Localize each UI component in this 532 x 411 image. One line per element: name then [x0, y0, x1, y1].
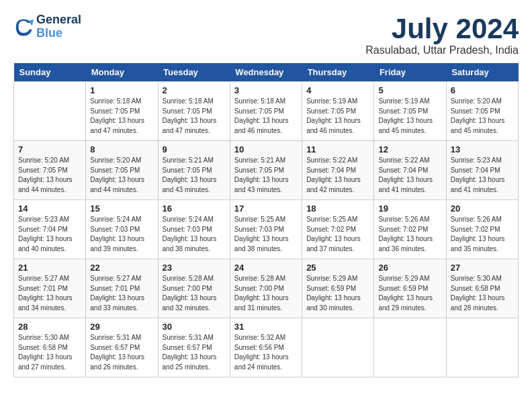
calendar-cell: 17Sunrise: 5:25 AM Sunset: 7:03 PM Dayli… — [230, 200, 302, 259]
day-info: Sunrise: 5:22 AM Sunset: 7:04 PM Dayligh… — [378, 156, 441, 195]
day-info: Sunrise: 5:18 AM Sunset: 7:05 PM Dayligh… — [90, 97, 153, 136]
day-number: 30 — [163, 322, 226, 332]
header-cell-tuesday: Tuesday — [158, 63, 230, 82]
day-info: Sunrise: 5:21 AM Sunset: 7:05 PM Dayligh… — [163, 156, 226, 195]
day-info: Sunrise: 5:26 AM Sunset: 7:02 PM Dayligh… — [378, 215, 441, 254]
logo-icon — [13, 17, 34, 37]
day-number: 18 — [306, 203, 369, 214]
day-number: 24 — [234, 263, 298, 273]
week-row-4: 21Sunrise: 5:27 AM Sunset: 7:01 PM Dayli… — [14, 259, 519, 318]
calendar-cell: 21Sunrise: 5:27 AM Sunset: 7:01 PM Dayli… — [14, 259, 86, 318]
day-number: 27 — [451, 263, 514, 273]
day-info: Sunrise: 5:28 AM Sunset: 7:00 PM Dayligh… — [163, 274, 226, 313]
day-number: 8 — [90, 144, 153, 154]
calendar-cell: 31Sunrise: 5:32 AM Sunset: 6:56 PM Dayli… — [230, 318, 302, 377]
day-number: 11 — [306, 144, 369, 154]
day-number: 29 — [90, 322, 153, 332]
calendar-cell: 10Sunrise: 5:21 AM Sunset: 7:05 PM Dayli… — [230, 141, 302, 200]
header-cell-sunday: Sunday — [14, 63, 86, 82]
calendar-cell: 25Sunrise: 5:29 AM Sunset: 6:59 PM Dayli… — [302, 259, 374, 318]
day-info: Sunrise: 5:20 AM Sunset: 7:05 PM Dayligh… — [90, 156, 153, 195]
calendar-cell: 3Sunrise: 5:18 AM Sunset: 7:05 PM Daylig… — [230, 82, 302, 141]
day-info: Sunrise: 5:27 AM Sunset: 7:01 PM Dayligh… — [90, 274, 153, 313]
week-row-1: 1Sunrise: 5:18 AM Sunset: 7:05 PM Daylig… — [14, 82, 519, 141]
day-info: Sunrise: 5:21 AM Sunset: 7:05 PM Dayligh… — [234, 156, 298, 195]
calendar-cell: 5Sunrise: 5:19 AM Sunset: 7:05 PM Daylig… — [374, 82, 446, 141]
day-info: Sunrise: 5:25 AM Sunset: 7:03 PM Dayligh… — [234, 215, 298, 254]
day-number: 4 — [306, 85, 369, 95]
calendar-cell: 30Sunrise: 5:31 AM Sunset: 6:57 PM Dayli… — [158, 318, 230, 377]
calendar-cell: 23Sunrise: 5:28 AM Sunset: 7:00 PM Dayli… — [158, 259, 230, 318]
day-number: 6 — [451, 85, 514, 95]
week-row-5: 28Sunrise: 5:30 AM Sunset: 6:58 PM Dayli… — [14, 318, 519, 377]
calendar-cell: 26Sunrise: 5:29 AM Sunset: 6:59 PM Dayli… — [374, 259, 446, 318]
calendar-cell — [302, 318, 374, 377]
calendar-cell: 16Sunrise: 5:24 AM Sunset: 7:03 PM Dayli… — [158, 200, 230, 259]
page-header: GeneralBlue July 2024 Rasulabad, Uttar P… — [13, 13, 519, 56]
day-number: 5 — [378, 85, 441, 95]
logo-text: GeneralBlue — [36, 13, 81, 40]
calendar-header-row: SundayMondayTuesdayWednesdayThursdayFrid… — [14, 63, 519, 82]
calendar-cell: 27Sunrise: 5:30 AM Sunset: 6:58 PM Dayli… — [446, 259, 518, 318]
calendar-table: SundayMondayTuesdayWednesdayThursdayFrid… — [13, 63, 519, 377]
calendar-cell: 24Sunrise: 5:28 AM Sunset: 7:00 PM Dayli… — [230, 259, 302, 318]
calendar-cell: 4Sunrise: 5:19 AM Sunset: 7:05 PM Daylig… — [302, 82, 374, 141]
week-row-2: 7Sunrise: 5:20 AM Sunset: 7:05 PM Daylig… — [14, 141, 519, 200]
day-info: Sunrise: 5:19 AM Sunset: 7:05 PM Dayligh… — [306, 97, 369, 136]
day-info: Sunrise: 5:26 AM Sunset: 7:02 PM Dayligh… — [451, 215, 514, 254]
day-number: 20 — [451, 203, 514, 214]
header-cell-monday: Monday — [86, 63, 158, 82]
day-number: 10 — [234, 144, 298, 154]
day-info: Sunrise: 5:32 AM Sunset: 6:56 PM Dayligh… — [234, 333, 298, 372]
day-info: Sunrise: 5:31 AM Sunset: 6:57 PM Dayligh… — [90, 333, 153, 372]
calendar-cell: 22Sunrise: 5:27 AM Sunset: 7:01 PM Dayli… — [86, 259, 158, 318]
day-info: Sunrise: 5:30 AM Sunset: 6:58 PM Dayligh… — [451, 274, 514, 313]
day-number: 25 — [306, 263, 369, 273]
calendar-cell — [374, 318, 446, 377]
day-number: 17 — [234, 203, 298, 214]
day-info: Sunrise: 5:24 AM Sunset: 7:03 PM Dayligh… — [163, 215, 226, 254]
day-info: Sunrise: 5:28 AM Sunset: 7:00 PM Dayligh… — [234, 274, 298, 313]
calendar-cell: 2Sunrise: 5:18 AM Sunset: 7:05 PM Daylig… — [158, 82, 230, 141]
calendar-cell: 20Sunrise: 5:26 AM Sunset: 7:02 PM Dayli… — [446, 200, 518, 259]
calendar-cell: 15Sunrise: 5:24 AM Sunset: 7:03 PM Dayli… — [86, 200, 158, 259]
day-info: Sunrise: 5:18 AM Sunset: 7:05 PM Dayligh… — [163, 97, 226, 136]
day-info: Sunrise: 5:25 AM Sunset: 7:02 PM Dayligh… — [306, 215, 369, 254]
day-number: 31 — [234, 322, 298, 332]
day-number: 7 — [18, 144, 81, 154]
day-number: 9 — [163, 144, 226, 154]
day-info: Sunrise: 5:29 AM Sunset: 6:59 PM Dayligh… — [378, 274, 441, 313]
day-number: 13 — [451, 144, 514, 154]
header-cell-wednesday: Wednesday — [230, 63, 302, 82]
day-number: 28 — [18, 322, 81, 332]
day-number: 14 — [18, 203, 81, 214]
day-info: Sunrise: 5:31 AM Sunset: 6:57 PM Dayligh… — [163, 333, 226, 372]
day-number: 15 — [90, 203, 153, 214]
day-info: Sunrise: 5:30 AM Sunset: 6:58 PM Dayligh… — [18, 333, 81, 372]
calendar-body: 1Sunrise: 5:18 AM Sunset: 7:05 PM Daylig… — [14, 82, 519, 377]
day-info: Sunrise: 5:23 AM Sunset: 7:04 PM Dayligh… — [451, 156, 514, 195]
day-info: Sunrise: 5:18 AM Sunset: 7:05 PM Dayligh… — [234, 97, 298, 136]
calendar-cell: 6Sunrise: 5:20 AM Sunset: 7:05 PM Daylig… — [446, 82, 518, 141]
calendar-cell — [446, 318, 518, 377]
day-info: Sunrise: 5:19 AM Sunset: 7:05 PM Dayligh… — [378, 97, 441, 136]
day-number: 26 — [378, 263, 441, 273]
day-number: 21 — [18, 263, 81, 273]
day-number: 12 — [378, 144, 441, 154]
calendar-cell: 9Sunrise: 5:21 AM Sunset: 7:05 PM Daylig… — [158, 141, 230, 200]
day-number: 22 — [90, 263, 153, 273]
header-cell-thursday: Thursday — [302, 63, 374, 82]
day-info: Sunrise: 5:24 AM Sunset: 7:03 PM Dayligh… — [90, 215, 153, 254]
calendar-cell: 12Sunrise: 5:22 AM Sunset: 7:04 PM Dayli… — [374, 141, 446, 200]
location: Rasulabad, Uttar Pradesh, India — [365, 44, 519, 56]
header-cell-saturday: Saturday — [446, 63, 518, 82]
day-number: 16 — [163, 203, 226, 214]
day-info: Sunrise: 5:20 AM Sunset: 7:05 PM Dayligh… — [18, 156, 81, 195]
day-info: Sunrise: 5:29 AM Sunset: 6:59 PM Dayligh… — [306, 274, 369, 313]
calendar-cell: 8Sunrise: 5:20 AM Sunset: 7:05 PM Daylig… — [86, 141, 158, 200]
day-number: 23 — [163, 263, 226, 273]
calendar-cell: 1Sunrise: 5:18 AM Sunset: 7:05 PM Daylig… — [86, 82, 158, 141]
calendar-cell: 28Sunrise: 5:30 AM Sunset: 6:58 PM Dayli… — [14, 318, 86, 377]
title-block: July 2024 Rasulabad, Uttar Pradesh, Indi… — [365, 13, 519, 56]
logo: GeneralBlue — [13, 13, 81, 40]
